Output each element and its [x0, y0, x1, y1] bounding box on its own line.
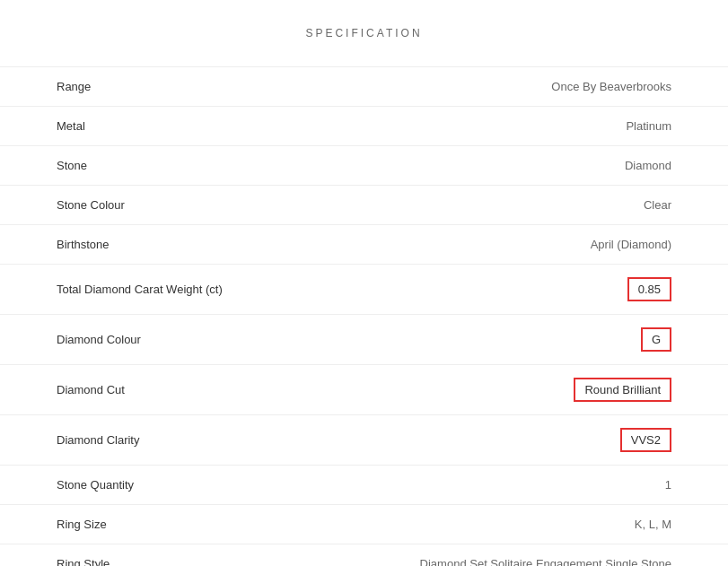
table-row: Diamond CutRound Brilliant: [0, 365, 728, 415]
table-row: BirthstoneApril (Diamond): [0, 225, 728, 265]
spec-label: Range: [57, 80, 91, 93]
spec-label: Birthstone: [57, 238, 110, 251]
spec-label: Stone Colour: [57, 198, 125, 212]
page-container: SPECIFICATION RangeOnce By BeaverbrooksM…: [0, 0, 728, 566]
spec-value: VVS2: [620, 428, 671, 452]
spec-value: Diamond: [625, 159, 671, 172]
spec-label: Ring Style: [57, 557, 110, 566]
table-row: Ring StyleDiamond Set,Solitaire,Engageme…: [0, 544, 728, 566]
spec-value: Once By Beaverbrooks: [551, 80, 671, 93]
table-row: Diamond ClarityVVS2: [0, 415, 728, 466]
spec-value: 0.85: [627, 277, 671, 301]
spec-value: Round Brilliant: [574, 378, 671, 402]
table-row: Diamond ColourG: [0, 315, 728, 365]
spec-label: Diamond Colour: [57, 333, 141, 346]
spec-value: 1: [665, 478, 671, 492]
spec-label: Stone: [57, 159, 87, 172]
spec-label: Diamond Clarity: [57, 433, 139, 447]
table-row: Total Diamond Carat Weight (ct)0.85: [0, 265, 728, 315]
spec-value: K, L, M: [635, 518, 671, 531]
table-row: Ring SizeK, L, M: [0, 505, 728, 544]
spec-value: Platinum: [626, 119, 671, 133]
spec-label: Ring Size: [57, 518, 107, 531]
spec-label: Diamond Cut: [57, 383, 125, 396]
spec-label: Total Diamond Carat Weight (ct): [57, 283, 223, 296]
spec-value: Clear: [644, 198, 671, 212]
spec-value: G: [641, 327, 671, 352]
table-row: MetalPlatinum: [0, 107, 728, 146]
table-row: RangeOnce By Beaverbrooks: [0, 66, 728, 107]
section-title: SPECIFICATION: [0, 18, 728, 48]
table-row: Stone ColourClear: [0, 186, 728, 225]
spec-label: Metal: [57, 119, 85, 133]
spec-value: Diamond Set,Solitaire,Engagement,Single …: [420, 557, 671, 566]
spec-table: RangeOnce By BeaverbrooksMetalPlatinumSt…: [0, 66, 728, 566]
table-row: Stone Quantity1: [0, 466, 728, 505]
spec-label: Stone Quantity: [57, 478, 134, 492]
spec-value: April (Diamond): [591, 238, 671, 251]
table-row: StoneDiamond: [0, 146, 728, 186]
